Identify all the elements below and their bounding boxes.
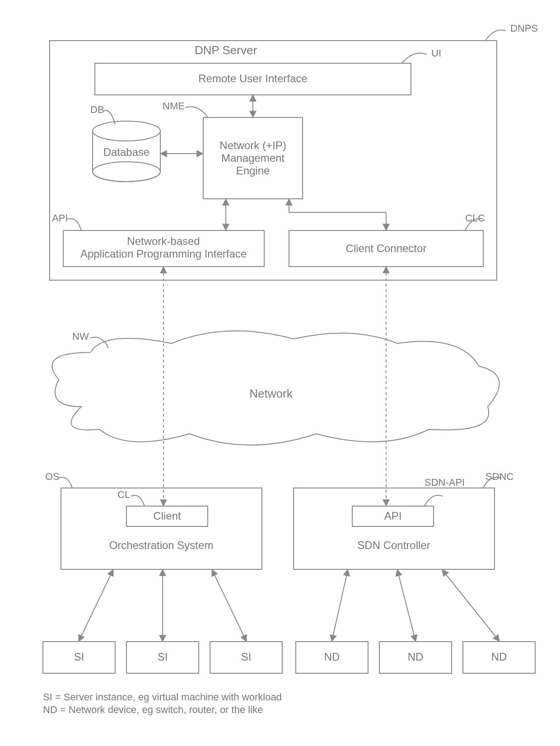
- sdnc-tag: SDNC: [485, 471, 513, 482]
- arrow-os-si3: [212, 570, 246, 641]
- nw-tag: NW: [72, 331, 89, 342]
- nme-tag: NME: [163, 100, 185, 112]
- api-tag: API: [52, 212, 68, 224]
- os-tag: OS: [45, 471, 60, 482]
- si-label-2: SI: [158, 651, 168, 663]
- db-tag: DB: [90, 104, 104, 115]
- si-label-1: SI: [74, 651, 84, 663]
- nd-label-2: ND: [408, 651, 424, 663]
- sdnc-label: SDN Controller: [357, 539, 430, 551]
- svg-point-1: [93, 162, 160, 182]
- arrow-sdnc-nd1: [332, 570, 348, 641]
- os-box: [61, 488, 262, 569]
- client-label: Client: [153, 510, 181, 522]
- footnote-si: SI = Server instance, eg virtual machine…: [43, 691, 282, 703]
- db-label: Database: [103, 146, 150, 158]
- clc-tag: CLC: [465, 212, 485, 224]
- nme-line1: Network (+IP): [219, 139, 286, 151]
- sdnapi-tag: SDN-API: [425, 477, 465, 488]
- arrow-sdnc-nd3: [443, 570, 499, 641]
- nme-line2: Management: [221, 152, 285, 164]
- nme-line3: Engine: [236, 164, 270, 177]
- ui-tag: UI: [431, 47, 441, 59]
- dnp-server-title: DNP Server: [195, 43, 257, 57]
- sdnapi-label: API: [384, 510, 402, 522]
- nd-label-3: ND: [491, 651, 507, 663]
- svg-point-0: [93, 121, 160, 141]
- arrow-sdnc-nd2: [397, 570, 415, 641]
- nd-label-1: ND: [324, 651, 340, 663]
- api-line2: Application Programming Interface: [80, 248, 247, 260]
- rui-label: Remote User Interface: [198, 72, 307, 84]
- cl-tag: CL: [117, 489, 130, 500]
- sdnc-box: [294, 488, 495, 569]
- clc-label: Client Connector: [346, 242, 427, 254]
- dnps-tag: DNPS: [510, 23, 538, 34]
- api-line1: Network-based: [127, 235, 200, 247]
- footnote-nd: ND = Network device, eg switch, router, …: [43, 704, 263, 715]
- network-label: Network: [249, 387, 293, 400]
- arrow-os-si1: [79, 570, 113, 641]
- si-label-3: SI: [241, 651, 252, 663]
- os-label: Orchestration System: [109, 539, 214, 551]
